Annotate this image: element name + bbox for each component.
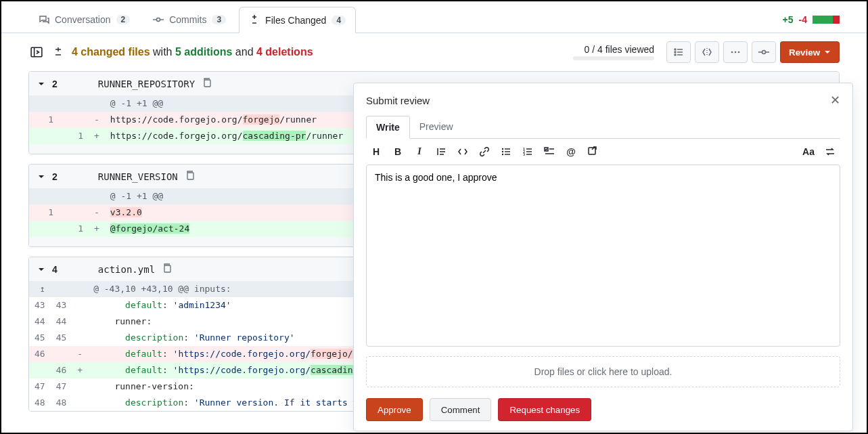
tab-files-count: 4 xyxy=(332,16,346,25)
svg-rect-40 xyxy=(526,151,532,152)
right-tools: 0 / 4 files viewed Review xyxy=(573,41,840,63)
header-additions: +5 xyxy=(783,14,794,25)
chevron-down-icon xyxy=(37,265,45,274)
svg-point-31 xyxy=(502,148,503,150)
file-tree-toggle[interactable] xyxy=(28,44,45,60)
svg-text:3: 3 xyxy=(523,152,525,156)
close-button[interactable]: ✕ xyxy=(830,93,840,108)
file-name: RUNNER_VERSION xyxy=(98,171,178,182)
svg-point-15 xyxy=(675,54,676,56)
caret-down-icon xyxy=(824,49,831,56)
files-viewed: 0 / 4 files viewed xyxy=(573,44,654,60)
header-diff-stats: +5 -4 xyxy=(783,14,840,25)
mini-diff-bar xyxy=(64,80,91,88)
link-icon[interactable] xyxy=(478,146,490,158)
expand-button[interactable] xyxy=(695,41,719,63)
chevron-down-icon xyxy=(37,80,45,88)
more-options-button[interactable] xyxy=(723,41,748,63)
svg-point-33 xyxy=(502,151,503,152)
mini-diff-bar xyxy=(64,173,91,181)
review-button[interactable]: Review xyxy=(780,41,840,63)
header-deletions: -4 xyxy=(799,14,807,25)
ul-icon[interactable] xyxy=(500,146,512,158)
file-name: action.yml xyxy=(98,264,155,275)
svg-point-0 xyxy=(157,18,160,22)
chevron-down-icon xyxy=(37,173,45,181)
copy-icon[interactable] xyxy=(185,170,196,183)
summary-text: 4 changed files with 5 additions and 4 d… xyxy=(72,46,313,58)
reference-icon[interactable] xyxy=(587,146,599,158)
svg-rect-42 xyxy=(526,154,532,154)
svg-point-18 xyxy=(731,51,733,53)
file-change-count: 2 xyxy=(52,79,58,89)
review-panel: Submit review ✕ Write Preview H B I 123 … xyxy=(353,83,853,431)
svg-point-35 xyxy=(502,154,503,155)
commit-nav-button[interactable] xyxy=(752,41,776,63)
summary-deletions: 4 deletions xyxy=(256,46,313,58)
svg-point-11 xyxy=(675,49,676,50)
quote-icon[interactable] xyxy=(435,146,447,158)
tab-conversation[interactable]: Conversation 2 xyxy=(28,7,140,32)
review-panel-title: Submit review xyxy=(366,95,430,106)
svg-rect-46 xyxy=(589,148,595,154)
svg-rect-26 xyxy=(164,265,170,272)
commit-icon xyxy=(153,14,164,25)
mention-icon[interactable]: @ xyxy=(565,146,577,158)
svg-point-13 xyxy=(675,51,676,53)
conversation-icon xyxy=(39,14,49,25)
copy-icon[interactable] xyxy=(162,263,173,276)
review-textarea[interactable] xyxy=(366,165,840,347)
review-action-row: Approve Comment Request changes xyxy=(366,398,840,421)
file-change-count: 4 xyxy=(52,264,58,275)
files-viewed-bar xyxy=(573,56,654,60)
mini-diff-bar xyxy=(64,265,91,274)
approve-button[interactable]: Approve xyxy=(366,398,423,421)
easymde-toggle[interactable] xyxy=(824,146,836,158)
review-panel-header: Submit review ✕ xyxy=(366,93,840,108)
svg-rect-6 xyxy=(31,47,42,57)
tab-commits-label: Commits xyxy=(169,14,206,25)
tab-files-label: Files Changed xyxy=(265,15,326,26)
svg-point-20 xyxy=(738,51,740,53)
expand-up-icon[interactable]: ↥ xyxy=(36,282,45,297)
code-icon[interactable] xyxy=(457,146,469,158)
editor-toolbar: H B I 123 @ Aa xyxy=(366,139,840,165)
request-changes-button[interactable]: Request changes xyxy=(498,398,591,421)
ol-icon[interactable]: 123 xyxy=(522,146,534,158)
tab-commits[interactable]: Commits 3 xyxy=(143,7,236,32)
svg-rect-24 xyxy=(204,80,210,87)
file-change-count: 2 xyxy=(52,171,58,182)
monospace-toggle[interactable]: Aa xyxy=(802,146,815,158)
copy-icon[interactable] xyxy=(202,77,212,90)
svg-point-19 xyxy=(735,51,737,53)
files-viewed-text: 0 / 4 files viewed xyxy=(585,44,655,55)
tab-conversation-label: Conversation xyxy=(55,14,111,25)
svg-rect-25 xyxy=(187,173,193,179)
tab-preview[interactable]: Preview xyxy=(410,116,463,138)
header-diff-bar xyxy=(813,16,840,24)
tab-commits-count: 3 xyxy=(212,15,226,24)
changed-files-count: 4 changed files xyxy=(72,46,150,58)
split-view-button[interactable] xyxy=(666,41,691,63)
dropzone[interactable]: Drop files or click here to upload. xyxy=(366,356,840,387)
pr-tabs-header: Conversation 2 Commits 3 Files Changed 4… xyxy=(1,1,867,33)
tab-conversation-count: 2 xyxy=(116,15,131,24)
whitespace-toggle[interactable] xyxy=(50,44,66,60)
comment-button[interactable]: Comment xyxy=(430,398,492,421)
diff-icon xyxy=(249,15,260,26)
svg-point-21 xyxy=(762,51,766,54)
tab-files-changed[interactable]: Files Changed 4 xyxy=(239,7,356,33)
summary-row: 4 changed files with 5 additions and 4 d… xyxy=(1,33,867,71)
svg-rect-38 xyxy=(526,148,532,149)
file-name: RUNNER_REPOSITORY xyxy=(98,79,195,89)
editor-tabs: Write Preview xyxy=(366,116,840,139)
pr-tabs: Conversation 2 Commits 3 Files Changed 4 xyxy=(28,7,356,32)
tab-write[interactable]: Write xyxy=(366,116,410,139)
svg-rect-32 xyxy=(505,148,510,149)
summary-additions: 5 additions xyxy=(175,46,232,58)
bold-icon[interactable]: B xyxy=(392,146,404,158)
tasklist-icon[interactable] xyxy=(543,146,555,158)
svg-rect-34 xyxy=(505,151,510,152)
italic-icon[interactable]: I xyxy=(413,146,426,158)
heading-icon[interactable]: H xyxy=(370,146,382,158)
